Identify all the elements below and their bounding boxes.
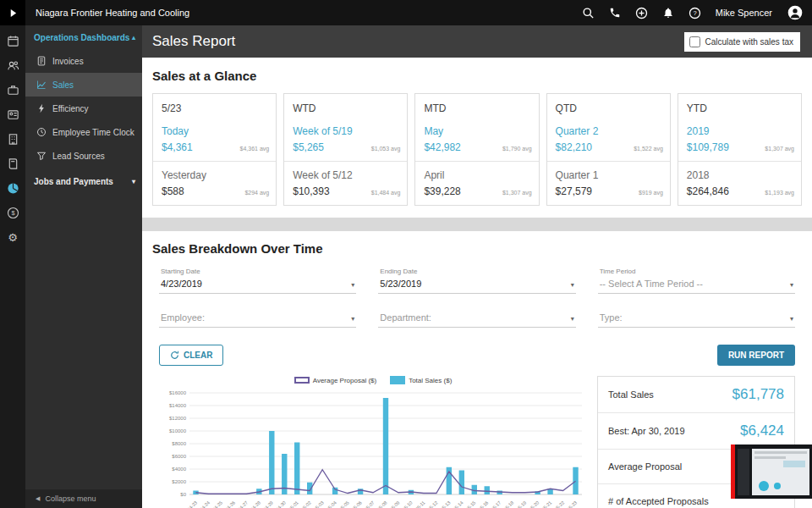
chevron-down-icon: ▾ <box>790 281 793 289</box>
search-icon[interactable] <box>582 7 595 19</box>
settings-gear-icon[interactable]: ⚙ <box>6 230 19 244</box>
glance-card-wtd: WTD Week of 5/19 $5,265 $1,053 avg Week … <box>283 93 408 206</box>
overlay-mini-bar <box>783 461 805 467</box>
department-placeholder: Department: <box>380 312 573 323</box>
company-icon[interactable] <box>6 132 19 146</box>
svg-text:05-02: 05-02 <box>300 500 312 508</box>
svg-text:$16000: $16000 <box>169 390 187 395</box>
card-period: QTD <box>547 94 670 121</box>
glance-title: Sales at a Glance <box>152 69 802 83</box>
svg-text:05-10: 05-10 <box>401 500 413 508</box>
svg-text:05-07: 05-07 <box>364 500 376 508</box>
overlay-mini-line <box>754 456 786 459</box>
overlay-mini-dot <box>759 481 769 491</box>
calendar-icon[interactable] <box>6 34 19 47</box>
sidebar-item-label: Invoices <box>52 57 84 66</box>
card-current-label: Today <box>162 125 267 137</box>
card-current-avg: $1,307 avg <box>765 146 794 152</box>
card-current-label: May <box>424 125 529 137</box>
topbar-actions: ? Mike Spencer <box>582 4 812 21</box>
sales-at-a-glance-section: Sales at a Glance 5/23 Today $4,361 $4,3… <box>142 58 812 218</box>
payments-icon[interactable]: $ <box>6 206 19 219</box>
starting-date-label: Starting Date <box>161 268 354 275</box>
svg-text:$10000: $10000 <box>169 428 187 433</box>
funnel-icon <box>36 151 47 161</box>
summary-value: $6,424 <box>740 422 784 439</box>
summary-value: $61,778 <box>732 386 784 403</box>
svg-text:05-20: 05-20 <box>528 500 540 508</box>
chevron-down-icon: ▾ <box>351 281 354 289</box>
svg-text:05-12: 05-12 <box>426 500 438 508</box>
collapse-arrow-icon: ◀ <box>36 495 40 502</box>
bell-icon[interactable] <box>662 7 674 19</box>
book-icon[interactable] <box>6 157 19 170</box>
sidebar-section-jobs-and-payments[interactable]: Jobs and Payments ▾ <box>25 169 142 193</box>
plus-circle-icon[interactable] <box>635 7 648 19</box>
phone-icon[interactable] <box>609 7 621 19</box>
contacts-icon[interactable] <box>6 108 19 121</box>
type-placeholder: Type: <box>600 312 793 323</box>
sidebar-section-operations-dashboards[interactable]: Operations Dashboards ▴ <box>25 25 142 49</box>
svg-text:$12000: $12000 <box>169 416 187 421</box>
glance-card-mtd: MTD May $42,982 $1,790 avg April $39,228… <box>414 93 539 206</box>
card-current: Today $4,361 $4,361 avg <box>153 121 276 161</box>
collapse-menu-button[interactable]: ◀ Collapse menu <box>25 489 142 508</box>
svg-text:05-09: 05-09 <box>388 500 400 508</box>
glance-cards: 5/23 Today $4,361 $4,361 avg Yesterday $… <box>152 93 802 206</box>
help-icon[interactable]: ? <box>689 7 701 19</box>
breakdown-title: Sales Breakdown Over Time <box>152 241 802 256</box>
page-title: Sales Report <box>152 33 235 50</box>
card-previous-avg: $1,193 avg <box>765 190 794 196</box>
report-actions: CLEAR RUN REPORT <box>159 345 795 366</box>
section-divider <box>142 218 812 231</box>
svg-text:05-23: 05-23 <box>566 500 578 508</box>
chevron-down-icon: ▾ <box>351 315 354 323</box>
sidebar-item-label: Efficiency <box>52 104 89 113</box>
card-current: Week of 5/19 $5,265 $1,053 avg <box>284 121 407 161</box>
department-select[interactable]: Department: ▾ <box>378 311 575 328</box>
sidebar-item-lead-sources[interactable]: Lead Sources <box>25 144 142 168</box>
starting-date-select[interactable]: Starting Date 4/23/2019 ▾ <box>159 266 356 294</box>
svg-text:05-19: 05-19 <box>515 500 527 508</box>
ending-date-select[interactable]: Ending Date 5/23/2019 ▾ <box>378 266 575 294</box>
app: Niagara Frontier Heating and Cooling ? M… <box>0 0 812 508</box>
avatar[interactable] <box>787 4 804 21</box>
summary-label: Best: Apr 30, 2019 <box>608 426 685 436</box>
svg-text:04-30: 04-30 <box>275 500 287 508</box>
chevron-up-icon: ▴ <box>132 34 135 41</box>
filter-row-entities: Employee: ▾ Department: ▾ Type: ▾ <box>159 311 795 328</box>
sidebar-item-sales[interactable]: Sales <box>25 73 142 97</box>
type-select[interactable]: Type: ▾ <box>598 311 795 328</box>
dashboards-pie-icon[interactable] <box>6 181 19 195</box>
svg-text:$2000: $2000 <box>172 479 186 484</box>
sales-tax-toggle[interactable]: Calculate with sales tax <box>684 32 801 52</box>
svg-text:05-21: 05-21 <box>540 500 552 508</box>
sidebar-item-employee-time-clock[interactable]: Employee Time Clock <box>25 120 142 144</box>
sidebar-toggle-button[interactable] <box>0 0 25 25</box>
run-report-button[interactable]: RUN REPORT <box>717 345 795 366</box>
card-current-avg: $4,361 avg <box>240 146 270 152</box>
time-period-label: Time Period <box>600 268 793 275</box>
time-period-select[interactable]: Time Period -- Select A Time Period -- ▾ <box>598 266 795 294</box>
legend-total-sales: Total Sales ($) <box>390 376 452 384</box>
company-name: Niagara Frontier Heating and Cooling <box>36 8 189 18</box>
svg-text:05-14: 05-14 <box>452 500 464 508</box>
card-previous-avg: $919 avg <box>639 190 663 196</box>
clear-button[interactable]: CLEAR <box>159 345 223 366</box>
employee-select[interactable]: Employee: ▾ <box>159 311 356 328</box>
svg-text:05-13: 05-13 <box>439 500 451 508</box>
card-previous: 2018 $264,846 $1,193 avg <box>678 161 801 205</box>
chevron-down-icon: ▾ <box>132 178 135 185</box>
sidebar-item-invoices[interactable]: Invoices <box>25 49 142 73</box>
sales-tax-checkbox[interactable] <box>689 36 700 47</box>
sidebar-item-efficiency[interactable]: Efficiency <box>25 97 142 120</box>
briefcase-icon[interactable] <box>6 83 19 97</box>
summary-row-total-sales: Total Sales $61,778 <box>598 377 794 413</box>
chart-legend: Average Proposal ($) Total Sales ($) <box>159 376 587 384</box>
svg-text:05-22: 05-22 <box>553 500 565 508</box>
sales-chart-icon <box>36 80 47 90</box>
collapse-label: Collapse menu <box>45 494 96 503</box>
team-icon[interactable] <box>6 58 19 72</box>
bolt-icon <box>36 103 47 113</box>
sidebar-item-label: Employee Time Clock <box>52 128 134 137</box>
